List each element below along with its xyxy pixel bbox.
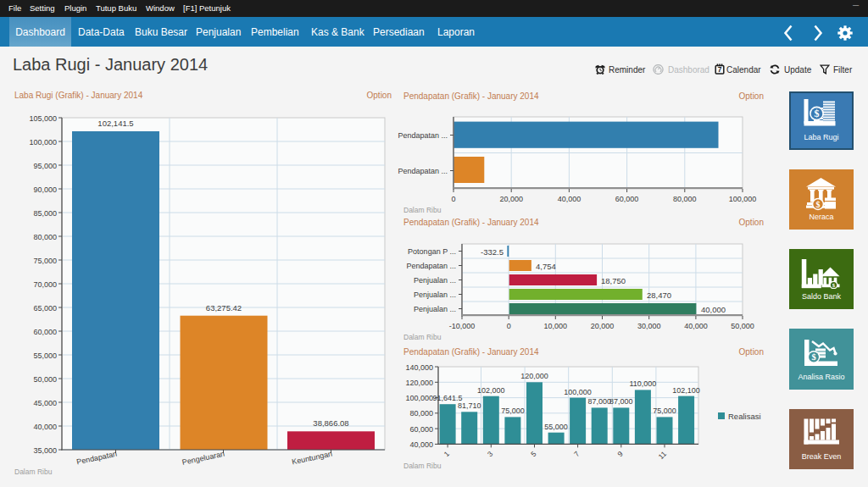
svg-text:75,000: 75,000 xyxy=(501,407,525,415)
svg-text:63,275.42: 63,275.42 xyxy=(206,303,242,313)
svg-text:$: $ xyxy=(816,200,821,209)
svg-text:75,000: 75,000 xyxy=(653,407,676,415)
svg-text:4,754: 4,754 xyxy=(536,262,556,271)
svg-text:70,000: 70,000 xyxy=(33,280,57,289)
svg-text:40,000: 40,000 xyxy=(684,322,708,330)
svg-text:1: 1 xyxy=(442,450,452,459)
svg-text:30,000: 30,000 xyxy=(637,322,661,330)
svg-text:60,000: 60,000 xyxy=(615,195,639,203)
svg-text:102,141.5: 102,141.5 xyxy=(97,119,133,128)
svg-text:87,000: 87,000 xyxy=(587,397,611,406)
svg-text:5: 5 xyxy=(529,450,538,459)
svg-text:20,000: 20,000 xyxy=(591,322,615,330)
svg-text:Dalam Ribu: Dalam Ribu xyxy=(403,206,442,213)
svg-text:100,000: 100,000 xyxy=(564,388,592,396)
svg-text:100,000: 100,000 xyxy=(729,195,757,203)
svg-text:45,000: 45,000 xyxy=(33,399,57,407)
svg-text:Realisasi: Realisasi xyxy=(728,412,761,421)
svg-text:0: 0 xyxy=(507,322,511,330)
svg-text:Pendapatan (Grafik) - January: Pendapatan (Grafik) - January 2014 xyxy=(403,218,539,227)
svg-text:102,000: 102,000 xyxy=(477,386,505,395)
svg-text:11: 11 xyxy=(657,450,669,462)
svg-text:Penjualan ...: Penjualan ... xyxy=(414,291,456,299)
svg-text:140,000: 140,000 xyxy=(405,363,433,372)
svg-text:75,000: 75,000 xyxy=(33,257,57,265)
svg-text:-10,000: -10,000 xyxy=(449,322,476,330)
svg-text:80,000: 80,000 xyxy=(409,409,433,418)
svg-text:40,000: 40,000 xyxy=(33,423,57,431)
svg-text:120,000: 120,000 xyxy=(405,379,433,387)
svg-text:9: 9 xyxy=(615,450,625,459)
svg-text:60,000: 60,000 xyxy=(409,425,433,434)
svg-text:55,000: 55,000 xyxy=(33,351,57,360)
svg-text:85,000: 85,000 xyxy=(33,209,57,218)
svg-text:Penjualan ...: Penjualan ... xyxy=(414,276,456,285)
svg-text:80,000: 80,000 xyxy=(33,233,57,241)
svg-text:Penjualan ...: Penjualan ... xyxy=(414,305,456,313)
svg-text:50,000: 50,000 xyxy=(731,322,754,330)
svg-text:Dalam Ribu: Dalam Ribu xyxy=(403,333,442,341)
svg-text:87,000: 87,000 xyxy=(609,397,633,406)
svg-text:7: 7 xyxy=(718,66,722,74)
svg-text:Pendapatan ...: Pendapatan ... xyxy=(398,131,448,140)
svg-text:102,100: 102,100 xyxy=(672,386,700,395)
svg-text:7: 7 xyxy=(572,450,581,459)
svg-text:90,000: 90,000 xyxy=(33,185,57,194)
svg-text:Pendapatan (Grafik) - January: Pendapatan (Grafik) - January 2014 xyxy=(403,91,539,101)
svg-text:Option: Option xyxy=(739,218,764,227)
svg-text:-332.5: -332.5 xyxy=(481,247,504,257)
svg-text:0: 0 xyxy=(451,195,455,203)
svg-text:Pengeluaran: Pengeluaran xyxy=(181,450,225,467)
svg-text:10,000: 10,000 xyxy=(544,322,568,330)
svg-text:$: $ xyxy=(815,108,820,119)
svg-text:3: 3 xyxy=(486,450,495,459)
svg-text:60,000: 60,000 xyxy=(33,328,57,336)
svg-text:50,000: 50,000 xyxy=(33,375,57,384)
svg-text:Pendapatan ...: Pendapatan ... xyxy=(398,167,448,175)
svg-text:80,000: 80,000 xyxy=(673,195,697,203)
svg-text:Pendapatan ...: Pendapatan ... xyxy=(406,262,456,270)
svg-text:55,000: 55,000 xyxy=(544,423,568,431)
svg-text:35,000: 35,000 xyxy=(33,446,57,455)
svg-text:110,000: 110,000 xyxy=(629,379,656,388)
svg-text:Dalam Ribu: Dalam Ribu xyxy=(14,468,53,476)
svg-text:81,710: 81,710 xyxy=(458,401,481,410)
svg-text:Option: Option xyxy=(739,91,764,101)
svg-text:28,470: 28,470 xyxy=(647,291,671,300)
svg-text:40,000: 40,000 xyxy=(701,305,726,314)
svg-text:40,000: 40,000 xyxy=(409,440,433,449)
svg-text:Option: Option xyxy=(739,347,764,357)
svg-text:20,000: 20,000 xyxy=(499,195,523,203)
svg-text:105,000: 105,000 xyxy=(29,114,57,123)
svg-text:120,000: 120,000 xyxy=(520,372,548,380)
svg-text:Potongan P ...: Potongan P ... xyxy=(408,247,456,256)
svg-text:$: $ xyxy=(832,282,836,288)
svg-text:Keuntungan: Keuntungan xyxy=(291,450,333,467)
svg-text:Laba Rugi (Grafik) - January 2: Laba Rugi (Grafik) - January 2014 xyxy=(14,91,143,100)
svg-text:Dalam Ribu: Dalam Ribu xyxy=(403,462,442,470)
svg-text:65,000: 65,000 xyxy=(33,304,57,313)
svg-text:$: $ xyxy=(811,352,815,362)
svg-text:95,000: 95,000 xyxy=(33,162,57,170)
svg-text:100,000: 100,000 xyxy=(29,138,57,147)
svg-text:38,866.08: 38,866.08 xyxy=(313,418,348,428)
svg-text:Pendapatan (Grafik) - January: Pendapatan (Grafik) - January 2014 xyxy=(403,347,539,357)
svg-text:40,000: 40,000 xyxy=(558,195,581,203)
svg-text:Pendapatan: Pendapatan xyxy=(75,450,118,467)
svg-text:Option: Option xyxy=(367,91,392,100)
svg-text:100,000: 100,000 xyxy=(405,394,433,402)
svg-text:18,750: 18,750 xyxy=(601,276,626,285)
